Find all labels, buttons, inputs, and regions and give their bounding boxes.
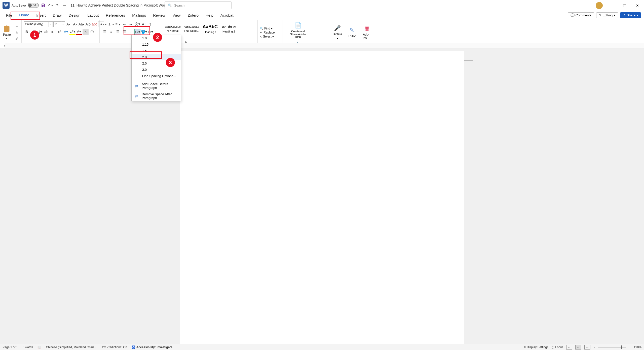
borders-icon[interactable]: ⊞▾ <box>147 29 154 35</box>
read-mode-icon[interactable]: ▭ <box>566 345 572 349</box>
font-size-dropdown-icon[interactable]: ▾ <box>61 21 65 27</box>
decrease-indent-icon[interactable]: ⇤ <box>121 21 127 27</box>
zoom-out-icon[interactable]: − <box>593 345 595 349</box>
tab-zotero[interactable]: Zotero <box>184 11 202 20</box>
status-spellcheck-icon[interactable]: 📖 <box>37 345 41 349</box>
tab-design[interactable]: Design <box>65 11 84 20</box>
tab-insert[interactable]: Insert <box>33 11 49 20</box>
tab-view[interactable]: View <box>169 11 184 20</box>
increase-font-icon[interactable]: A▴ <box>65 21 71 27</box>
editor-button[interactable]: ✎ Editor <box>345 26 358 39</box>
style-heading-1[interactable]: AaBbC Heading 1 <box>201 21 219 35</box>
zoom-slider[interactable] <box>598 347 626 347</box>
font-name-dropdown-icon[interactable]: ▾ <box>49 21 53 27</box>
format-painter-icon[interactable]: 🖌 <box>14 36 19 41</box>
spacing-1-15[interactable]: 1.15 <box>132 41 181 48</box>
decrease-font-icon[interactable]: A▾ <box>72 21 78 27</box>
tab-review[interactable]: Review <box>149 11 169 20</box>
status-predictions[interactable]: Text Predictions: On <box>100 345 127 349</box>
justify-icon[interactable]: ☰ <box>121 29 127 35</box>
increase-indent-icon[interactable]: ⇥ <box>128 21 134 27</box>
phonetic-guide-icon[interactable]: abc <box>92 21 98 27</box>
find-button[interactable]: 🔍 Find ▾ <box>260 27 275 30</box>
spacing-options[interactable]: Line Spacing Options... <box>132 73 181 79</box>
spacing-2-5[interactable]: 2.5 <box>132 60 181 67</box>
bold-button[interactable]: B <box>24 29 30 35</box>
style-heading-2[interactable]: AaBbCc Heading 2 <box>220 21 238 35</box>
tab-file[interactable]: File <box>3 11 16 20</box>
status-words[interactable]: 0 words <box>22 345 33 349</box>
redo-icon[interactable]: ↷ <box>55 3 60 8</box>
shading-icon[interactable]: 🪣▾ <box>141 29 147 35</box>
maximize-button[interactable]: ▢ <box>620 2 629 9</box>
save-icon[interactable] <box>41 3 46 8</box>
zoom-in-icon[interactable]: + <box>629 345 631 349</box>
tab-mailings[interactable]: Mailings <box>129 11 149 20</box>
italic-button[interactable]: I <box>30 29 36 35</box>
autosave-toggle[interactable]: Off <box>28 3 39 8</box>
bullets-icon[interactable]: • ▾ <box>102 21 108 27</box>
line-spacing-button[interactable]: ↕≡▾ <box>134 29 140 35</box>
search-input[interactable] <box>174 4 228 7</box>
strikethrough-button[interactable]: ab <box>43 29 49 35</box>
spacing-1-5[interactable]: 1.5 <box>132 48 181 54</box>
print-layout-icon[interactable]: ▭ <box>575 345 581 349</box>
tab-acrobat[interactable]: Acrobat <box>217 11 237 20</box>
distributed-icon[interactable]: ⫟ <box>128 29 134 35</box>
dictate-button[interactable]: 🎤 Dictate▾ <box>330 24 345 41</box>
multilevel-list-icon[interactable]: ≡ ▾ <box>115 21 121 27</box>
tab-references[interactable]: References <box>102 11 129 20</box>
editing-mode-button[interactable]: ✎ Editing ▾ <box>596 12 618 18</box>
align-center-icon[interactable]: ≡ <box>108 29 114 35</box>
close-button[interactable]: ✕ <box>633 2 642 9</box>
numbering-icon[interactable]: 1. ▾ <box>108 21 114 27</box>
tab-help[interactable]: Help <box>202 11 217 20</box>
enclose-characters-icon[interactable]: ㊥ <box>89 29 95 35</box>
character-shading-icon[interactable]: A <box>83 29 89 35</box>
style-normal[interactable]: AaBbCcDdEe ¶ Normal <box>164 21 182 35</box>
font-color-icon[interactable]: A▾ <box>76 29 82 35</box>
superscript-button[interactable]: x² <box>56 29 62 35</box>
user-avatar[interactable] <box>596 2 603 9</box>
paste-button[interactable]: Paste ▾ <box>2 24 12 41</box>
undo-icon[interactable]: ↶ ▾ <box>48 3 53 8</box>
font-name-input[interactable] <box>24 21 49 27</box>
zoom-level[interactable]: 190% <box>634 345 641 349</box>
asian-layout-icon[interactable]: 文▾ <box>134 21 140 27</box>
focus-button[interactable]: ⬚ Focus <box>551 345 563 349</box>
remove-space-after-item[interactable]: ↓≡ Remove Space After Paragraph <box>132 91 181 101</box>
document-title[interactable]: 11. How to Achieve Perfect Double Spacin… <box>70 3 171 7</box>
text-effects-icon[interactable]: A▾ <box>63 29 69 35</box>
sort-icon[interactable]: A↓ <box>141 21 147 27</box>
web-layout-icon[interactable]: ▭ <box>584 345 590 349</box>
highlight-icon[interactable]: 🖍▾ <box>69 29 75 35</box>
replace-button[interactable]: ↔ Replace <box>260 31 275 34</box>
page[interactable] <box>180 51 464 350</box>
share-button[interactable]: ↗ Share ▾ <box>620 12 641 18</box>
change-case-icon[interactable]: Aa▾ <box>79 21 85 27</box>
spacing-3-0[interactable]: 3.0 <box>132 67 181 73</box>
subscript-button[interactable]: x₂ <box>50 29 56 35</box>
addins-button[interactable]: ▦ Add-ins <box>360 24 374 41</box>
tab-layout[interactable]: Layout <box>84 11 102 20</box>
status-language[interactable]: Chinese (Simplified, Mainland China) <box>46 345 95 349</box>
style-no-spacing[interactable]: AaBbCcDdEe ¶ No Spaci... <box>183 21 200 35</box>
search-box[interactable]: 🔍 <box>165 1 232 9</box>
create-share-pdf-button[interactable]: 📄 Create and Share Adobe PDF <box>285 21 311 40</box>
tab-home[interactable]: Home <box>16 11 33 20</box>
add-space-before-item[interactable]: ↑≡ Add Space Before Paragraph <box>132 81 181 91</box>
select-button[interactable]: ↖ Select ▾ <box>260 35 275 38</box>
align-left-icon[interactable]: ☰ <box>102 29 108 35</box>
clear-formatting-icon[interactable]: A◇ <box>85 21 91 27</box>
display-settings-button[interactable]: 🖥 Display Settings <box>523 345 548 349</box>
comments-button[interactable]: 💬 Comments <box>568 12 594 18</box>
spacing-1-0[interactable]: 1.0 <box>132 35 181 41</box>
spacing-2-0[interactable]: 2.0 <box>132 54 181 60</box>
tab-draw[interactable]: Draw <box>49 11 65 20</box>
minimize-button[interactable]: — <box>607 2 616 9</box>
cut-icon[interactable]: ✂ <box>14 24 19 29</box>
horizontal-ruler[interactable] <box>5 43 644 48</box>
status-page[interactable]: Page 1 of 1 <box>3 345 18 349</box>
underline-button[interactable]: U▾ <box>37 29 43 35</box>
copy-icon[interactable]: ⎘ <box>14 30 19 35</box>
